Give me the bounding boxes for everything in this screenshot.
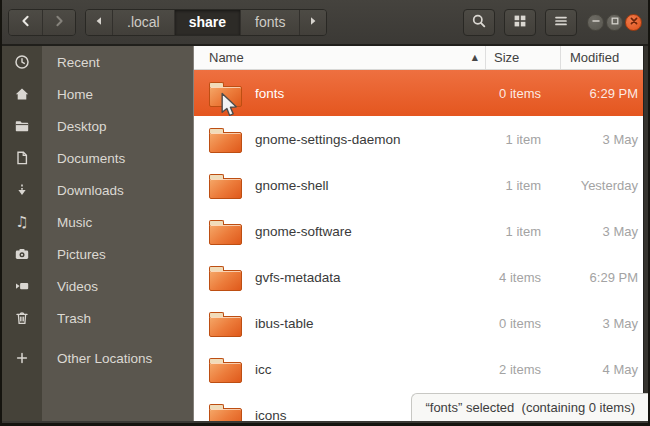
search-button[interactable] bbox=[463, 9, 495, 36]
sidebar-item-label: Desktop bbox=[42, 119, 107, 134]
close-icon bbox=[628, 15, 640, 30]
file-size: 1 item bbox=[486, 132, 561, 147]
folder-icon bbox=[2, 118, 42, 134]
file-modified: 4 May bbox=[561, 362, 648, 377]
nautilus-window: .local share fonts bbox=[0, 0, 650, 426]
sort-ascending-icon: ▲ bbox=[472, 53, 478, 62]
grid-view-icon bbox=[512, 13, 528, 32]
sidebar-item-label: Home bbox=[42, 87, 93, 102]
window-content: Recent Home Desktop Documents bbox=[2, 46, 648, 421]
column-header-modified[interactable]: Modified bbox=[561, 46, 648, 69]
file-modified: 3 May bbox=[561, 224, 648, 239]
sidebar-item-label: Other Locations bbox=[42, 351, 152, 366]
file-name: icons bbox=[255, 408, 287, 422]
column-header-name[interactable]: Name ▲ bbox=[194, 46, 486, 69]
sidebar-item-videos[interactable]: Videos bbox=[2, 270, 193, 302]
file-row-gnome-settings-daemon[interactable]: gnome-settings-daemon 1 item 3 May bbox=[194, 116, 648, 162]
breadcrumb-segment-share[interactable]: share bbox=[174, 10, 240, 35]
status-text: “fonts” selected (containing 0 items) bbox=[425, 400, 635, 415]
hamburger-menu-icon bbox=[553, 13, 569, 32]
sidebar-item-documents[interactable]: Documents bbox=[2, 142, 193, 174]
clock-icon bbox=[2, 54, 42, 70]
window-controls bbox=[587, 14, 642, 31]
list-header: Name ▲ Size Modified bbox=[194, 46, 648, 70]
sidebar-item-pictures[interactable]: Pictures bbox=[2, 238, 193, 270]
file-name: gnome-software bbox=[255, 224, 352, 239]
file-modified: 3 May bbox=[561, 316, 648, 331]
sidebar-item-label: Recent bbox=[42, 55, 100, 70]
sidebar-item-trash[interactable]: Trash bbox=[2, 302, 193, 334]
forward-button[interactable] bbox=[42, 10, 75, 35]
file-size: 4 items bbox=[486, 270, 561, 285]
file-modified: 6:29 PM bbox=[561, 86, 648, 101]
menu-button[interactable] bbox=[545, 9, 577, 36]
file-modified: 6:29 PM bbox=[561, 270, 648, 285]
sidebar-item-label: Downloads bbox=[42, 183, 124, 198]
sidebar-item-label: Documents bbox=[42, 151, 125, 166]
folder-icon bbox=[209, 408, 242, 422]
file-row-fonts[interactable]: fonts 0 items 6:29 PM bbox=[194, 70, 648, 116]
file-name: gnome-settings-daemon bbox=[255, 132, 401, 147]
file-name: ibus-table bbox=[255, 316, 314, 331]
file-name: fonts bbox=[255, 86, 284, 101]
file-size: 0 items bbox=[486, 86, 561, 101]
file-modified: 3 May bbox=[561, 132, 648, 147]
breadcrumb-segment-local[interactable]: .local bbox=[112, 10, 174, 35]
file-row-gvfs-metadata[interactable]: gvfs-metadata 4 items 6:29 PM bbox=[194, 254, 648, 300]
scrollbar[interactable] bbox=[643, 46, 648, 421]
mouse-cursor bbox=[220, 92, 239, 122]
close-button[interactable] bbox=[625, 14, 642, 31]
file-rows: fonts 0 items 6:29 PM gnome-settings-dae… bbox=[194, 70, 648, 421]
file-name: gvfs-metadata bbox=[255, 270, 341, 285]
file-size: 2 items bbox=[486, 362, 561, 377]
sidebar-item-label: Videos bbox=[42, 279, 98, 294]
file-size: 1 item bbox=[486, 178, 561, 193]
breadcrumb-segment-fonts[interactable]: fonts bbox=[240, 10, 299, 35]
back-button[interactable] bbox=[9, 10, 42, 35]
sidebar-item-home[interactable]: Home bbox=[2, 78, 193, 110]
chevron-left-icon bbox=[18, 13, 34, 32]
folder-icon bbox=[209, 362, 242, 383]
sidebar-item-label: Pictures bbox=[42, 247, 106, 262]
chevron-right-icon bbox=[51, 13, 67, 32]
breadcrumb-scroll-right-button[interactable] bbox=[299, 10, 326, 35]
sidebar: Recent Home Desktop Documents bbox=[2, 46, 194, 421]
breadcrumb-scroll-left-button[interactable] bbox=[86, 10, 112, 35]
status-bar: “fonts” selected (containing 0 items) bbox=[411, 393, 648, 421]
sidebar-item-music[interactable]: ♫ Music bbox=[2, 206, 193, 238]
file-modified: Yesterday bbox=[561, 178, 648, 193]
sidebar-item-recent[interactable]: Recent bbox=[2, 46, 193, 78]
music-note-icon: ♫ bbox=[2, 215, 42, 230]
folder-icon bbox=[209, 178, 242, 199]
file-row-ibus-table[interactable]: ibus-table 0 items 3 May bbox=[194, 300, 648, 346]
file-name: gnome-shell bbox=[255, 178, 329, 193]
nav-buttons bbox=[8, 9, 76, 36]
document-icon bbox=[2, 150, 42, 166]
sidebar-item-label: Music bbox=[42, 215, 92, 230]
minimize-button[interactable] bbox=[587, 14, 604, 31]
file-list-pane: Name ▲ Size Modified fonts 0 items 6:29 … bbox=[194, 46, 648, 421]
home-icon bbox=[2, 86, 42, 102]
sidebar-item-desktop[interactable]: Desktop bbox=[2, 110, 193, 142]
view-grid-button[interactable] bbox=[504, 9, 536, 36]
triangle-left-icon bbox=[92, 14, 106, 31]
sidebar-item-downloads[interactable]: Downloads bbox=[2, 174, 193, 206]
minimize-icon bbox=[590, 15, 602, 30]
file-row-gnome-shell[interactable]: gnome-shell 1 item Yesterday bbox=[194, 162, 648, 208]
video-camera-icon bbox=[2, 278, 42, 294]
file-name: icc bbox=[255, 362, 272, 377]
download-arrow-icon bbox=[2, 182, 42, 198]
maximize-button[interactable] bbox=[606, 14, 623, 31]
camera-icon bbox=[2, 246, 42, 262]
column-header-size[interactable]: Size bbox=[486, 46, 561, 69]
maximize-icon bbox=[609, 15, 621, 30]
file-row-gnome-software[interactable]: gnome-software 1 item 3 May bbox=[194, 208, 648, 254]
sidebar-item-other-locations[interactable]: Other Locations bbox=[2, 342, 193, 374]
plus-icon bbox=[2, 350, 42, 366]
file-row-icc[interactable]: icc 2 items 4 May bbox=[194, 346, 648, 392]
folder-icon bbox=[209, 270, 242, 291]
headerbar: .local share fonts bbox=[2, 0, 648, 46]
triangle-right-icon bbox=[306, 14, 320, 31]
folder-icon bbox=[209, 132, 242, 153]
file-size: 1 item bbox=[486, 224, 561, 239]
